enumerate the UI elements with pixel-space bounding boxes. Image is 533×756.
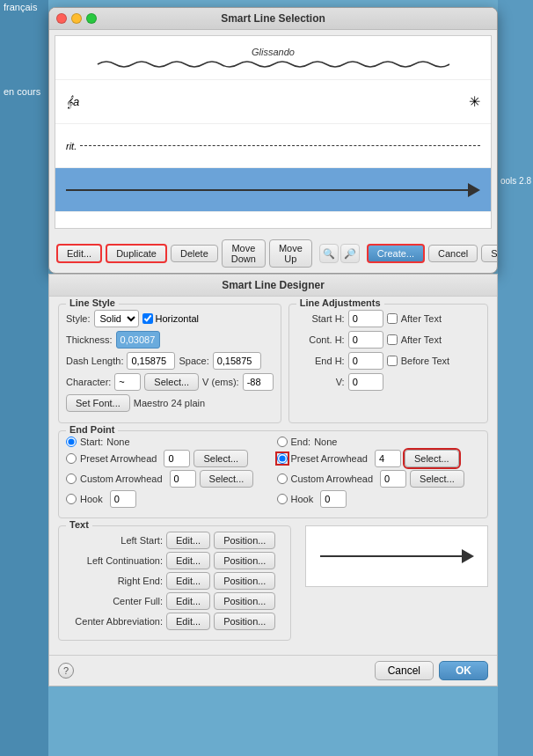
close-button[interactable] [56,13,67,24]
thickness-input[interactable] [116,331,160,349]
start-hook-input[interactable] [110,490,136,508]
start-none-radio[interactable] [66,437,77,447]
end-custom-row: Custom Arrowhead Select... [277,470,481,488]
cont-h-label: Cont. H: [296,334,345,345]
preview-arrow [320,549,474,563]
after-text-1: After Text [401,313,442,324]
start-preset-select[interactable]: Select... [193,450,248,467]
line-list[interactable]: Glissando 𝄞a ✳ rit. [55,35,492,229]
line-item-rit[interactable]: rit. [55,124,491,168]
dash-length-input[interactable] [127,352,175,370]
space-input[interactable] [213,352,261,370]
start-h-input[interactable] [348,310,383,327]
left-cont-edit[interactable]: Edit... [166,552,210,569]
horizontal-checkbox-row: Horizontal [142,313,200,324]
sidebar-francais[interactable]: français [0,0,48,14]
character-select-button[interactable]: Select... [144,373,199,391]
right-end-edit[interactable]: Edit... [166,572,210,590]
start-custom-select[interactable]: Select... [200,470,254,488]
font-row: Set Font... Maestro 24 plain [66,394,274,412]
start-preset-input[interactable] [164,450,190,467]
line-adjustments-section: Line Adjustments Start H: After Text Con… [288,304,488,423]
center-full-position[interactable]: Position... [214,592,275,610]
sld-title: Smart Line Designer [49,275,497,297]
left-start-position[interactable]: Position... [214,532,275,549]
window-buttons [56,13,97,24]
rit-text: rit. [66,141,77,151]
horizontal-label: Horizontal [156,313,200,324]
glissando-wavy [87,59,460,70]
move-up-button[interactable]: Move Up [269,239,312,268]
line-item-symbol[interactable]: 𝄞a ✳ [55,80,491,124]
start-custom-input[interactable] [170,470,196,488]
start-none-label: None [106,437,129,447]
center-full-edit[interactable]: Edit... [166,592,210,610]
search-icon-2[interactable]: 🔎 [340,244,360,263]
right-end-position[interactable]: Position... [214,572,275,590]
set-font-button[interactable]: Set Font... [66,394,130,412]
horizontal-checkbox[interactable] [142,313,153,324]
end-preset-select[interactable]: Select... [405,450,459,467]
line-adjustments-label: Line Adjustments [296,297,384,308]
start-preset-radio[interactable] [66,453,77,464]
end-hook-input[interactable] [320,490,347,508]
sls-cancel-button[interactable]: Cancel [428,245,478,262]
start-label: Start: [80,437,103,447]
end-custom-input[interactable] [380,470,406,488]
create-button[interactable]: Create... [367,244,425,263]
start-hook-row: Hook [66,490,270,508]
sls-select-button[interactable]: Select [481,245,498,262]
end-h-checkbox[interactable] [387,356,398,366]
help-button[interactable]: ? [58,663,74,679]
after-text-2: After Text [401,334,442,345]
duplicate-button[interactable]: Duplicate [106,244,167,263]
end-preset-input[interactable] [375,450,401,467]
sidebar-en-cours[interactable]: en cours [0,84,48,99]
character-input[interactable] [114,373,141,391]
center-abbrev-edit[interactable]: Edit... [166,613,210,630]
sld-content: Line Style Style: Solid Horizontal Thick… [49,297,497,655]
end-preset-radio[interactable] [277,453,288,464]
maximize-button[interactable] [86,13,97,24]
end-custom-label: Custom Arrowhead [291,473,374,484]
left-start-edit[interactable]: Edit... [166,532,210,549]
search-icon-1[interactable]: 🔍 [319,244,339,263]
left-cont-row: Left Continuation: Edit... Position... [66,552,283,569]
v-input[interactable] [348,373,383,391]
cont-h-checkbox[interactable] [387,334,398,345]
end-none-radio[interactable] [277,437,288,447]
ok-button[interactable]: OK [439,661,488,680]
left-cont-position[interactable]: Position... [214,552,275,569]
start-custom-row: Custom Arrowhead Select... [66,470,270,488]
start-hook-radio[interactable] [66,494,77,504]
end-preset-label: Preset Arrowhead [291,453,368,464]
start-preset-label: Preset Arrowhead [80,453,157,464]
end-hook-radio[interactable] [277,494,288,504]
line-item-arrow[interactable] [55,168,491,212]
sls-dialog: Smart Line Selection Glissando 𝄞a ✳ [48,7,498,274]
center-full-row: Center Full: Edit... Position... [66,592,283,610]
center-abbrev-position[interactable]: Position... [214,613,275,630]
delete-button[interactable]: Delete [171,245,218,262]
edit-button[interactable]: Edit... [56,244,102,263]
center-full-label: Center Full: [66,596,163,606]
v-row: V: [296,373,480,391]
start-h-checkbox[interactable] [387,313,398,324]
move-down-button[interactable]: Move Down [222,239,266,268]
end-custom-select[interactable]: Select... [410,470,464,488]
line-item-glissando[interactable]: Glissando [55,36,491,80]
start-side: Start: None Preset Arrowhead Select... C… [66,437,270,510]
start-custom-radio[interactable] [66,473,77,484]
v-ems-input[interactable] [243,373,274,391]
cont-h-input[interactable] [348,331,383,349]
style-select[interactable]: Solid [94,310,139,327]
start-h-label: Start H: [296,313,345,324]
end-h-input[interactable] [348,352,383,370]
end-custom-radio[interactable] [277,473,288,484]
end-none-row: End: None [277,437,481,447]
cancel-button[interactable]: Cancel [375,661,434,680]
end-point-cols: Start: None Preset Arrowhead Select... C… [66,437,480,510]
font-name: Maestro 24 plain [134,398,205,408]
before-text-label: Before Text [401,356,449,366]
minimize-button[interactable] [71,13,82,24]
